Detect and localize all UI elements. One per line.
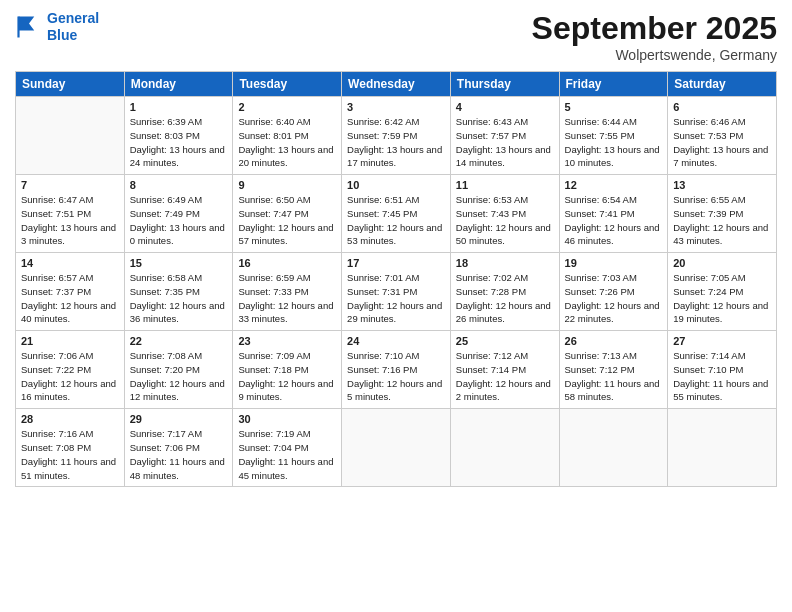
daylight-text: Daylight: 11 hours and 58 minutes. bbox=[565, 377, 663, 405]
logo: General Blue bbox=[15, 10, 99, 44]
sunrise-text: Sunrise: 6:59 AM bbox=[238, 271, 336, 285]
day-number: 3 bbox=[347, 101, 445, 113]
day-number: 24 bbox=[347, 335, 445, 347]
sunset-text: Sunset: 7:04 PM bbox=[238, 441, 336, 455]
day-detail: Sunrise: 6:42 AMSunset: 7:59 PMDaylight:… bbox=[347, 115, 445, 170]
daylight-text: Daylight: 12 hours and 16 minutes. bbox=[21, 377, 119, 405]
calendar-cell bbox=[668, 409, 777, 487]
sunset-text: Sunset: 7:49 PM bbox=[130, 207, 228, 221]
calendar-cell: 27Sunrise: 7:14 AMSunset: 7:10 PMDayligh… bbox=[668, 331, 777, 409]
daylight-text: Daylight: 13 hours and 20 minutes. bbox=[238, 143, 336, 171]
day-detail: Sunrise: 7:13 AMSunset: 7:12 PMDaylight:… bbox=[565, 349, 663, 404]
day-detail: Sunrise: 6:59 AMSunset: 7:33 PMDaylight:… bbox=[238, 271, 336, 326]
location: Wolpertswende, Germany bbox=[532, 47, 777, 63]
day-number: 30 bbox=[238, 413, 336, 425]
sunset-text: Sunset: 7:16 PM bbox=[347, 363, 445, 377]
calendar-cell: 9Sunrise: 6:50 AMSunset: 7:47 PMDaylight… bbox=[233, 175, 342, 253]
day-detail: Sunrise: 6:51 AMSunset: 7:45 PMDaylight:… bbox=[347, 193, 445, 248]
day-number: 23 bbox=[238, 335, 336, 347]
daylight-text: Daylight: 11 hours and 55 minutes. bbox=[673, 377, 771, 405]
sunset-text: Sunset: 7:20 PM bbox=[130, 363, 228, 377]
day-number: 26 bbox=[565, 335, 663, 347]
logo-icon bbox=[15, 13, 43, 41]
day-number: 4 bbox=[456, 101, 554, 113]
daylight-text: Daylight: 12 hours and 29 minutes. bbox=[347, 299, 445, 327]
month-title: September 2025 bbox=[532, 10, 777, 47]
daylight-text: Daylight: 12 hours and 33 minutes. bbox=[238, 299, 336, 327]
day-number: 22 bbox=[130, 335, 228, 347]
day-detail: Sunrise: 7:06 AMSunset: 7:22 PMDaylight:… bbox=[21, 349, 119, 404]
day-detail: Sunrise: 6:44 AMSunset: 7:55 PMDaylight:… bbox=[565, 115, 663, 170]
calendar-cell: 18Sunrise: 7:02 AMSunset: 7:28 PMDayligh… bbox=[450, 253, 559, 331]
sunrise-text: Sunrise: 6:44 AM bbox=[565, 115, 663, 129]
calendar-cell: 4Sunrise: 6:43 AMSunset: 7:57 PMDaylight… bbox=[450, 97, 559, 175]
weekday-header: Friday bbox=[559, 72, 668, 97]
sunset-text: Sunset: 7:31 PM bbox=[347, 285, 445, 299]
sunset-text: Sunset: 7:57 PM bbox=[456, 129, 554, 143]
calendar-cell: 1Sunrise: 6:39 AMSunset: 8:03 PMDaylight… bbox=[124, 97, 233, 175]
sunrise-text: Sunrise: 6:42 AM bbox=[347, 115, 445, 129]
daylight-text: Daylight: 13 hours and 10 minutes. bbox=[565, 143, 663, 171]
sunset-text: Sunset: 7:10 PM bbox=[673, 363, 771, 377]
weekday-header: Sunday bbox=[16, 72, 125, 97]
daylight-text: Daylight: 12 hours and 12 minutes. bbox=[130, 377, 228, 405]
calendar-cell: 2Sunrise: 6:40 AMSunset: 8:01 PMDaylight… bbox=[233, 97, 342, 175]
calendar-cell: 24Sunrise: 7:10 AMSunset: 7:16 PMDayligh… bbox=[342, 331, 451, 409]
daylight-text: Daylight: 11 hours and 51 minutes. bbox=[21, 455, 119, 483]
sunset-text: Sunset: 7:51 PM bbox=[21, 207, 119, 221]
weekday-header: Monday bbox=[124, 72, 233, 97]
day-detail: Sunrise: 6:54 AMSunset: 7:41 PMDaylight:… bbox=[565, 193, 663, 248]
weekday-header: Saturday bbox=[668, 72, 777, 97]
day-detail: Sunrise: 6:46 AMSunset: 7:53 PMDaylight:… bbox=[673, 115, 771, 170]
sunset-text: Sunset: 7:47 PM bbox=[238, 207, 336, 221]
day-number: 16 bbox=[238, 257, 336, 269]
calendar-cell bbox=[342, 409, 451, 487]
sunset-text: Sunset: 7:26 PM bbox=[565, 285, 663, 299]
day-number: 28 bbox=[21, 413, 119, 425]
day-number: 29 bbox=[130, 413, 228, 425]
calendar-week-row: 1Sunrise: 6:39 AMSunset: 8:03 PMDaylight… bbox=[16, 97, 777, 175]
sunrise-text: Sunrise: 6:43 AM bbox=[456, 115, 554, 129]
sunrise-text: Sunrise: 7:02 AM bbox=[456, 271, 554, 285]
sunrise-text: Sunrise: 7:05 AM bbox=[673, 271, 771, 285]
day-detail: Sunrise: 7:19 AMSunset: 7:04 PMDaylight:… bbox=[238, 427, 336, 482]
sunrise-text: Sunrise: 6:51 AM bbox=[347, 193, 445, 207]
daylight-text: Daylight: 13 hours and 24 minutes. bbox=[130, 143, 228, 171]
sunrise-text: Sunrise: 6:55 AM bbox=[673, 193, 771, 207]
sunset-text: Sunset: 7:53 PM bbox=[673, 129, 771, 143]
day-number: 12 bbox=[565, 179, 663, 191]
calendar-cell: 23Sunrise: 7:09 AMSunset: 7:18 PMDayligh… bbox=[233, 331, 342, 409]
sunset-text: Sunset: 7:22 PM bbox=[21, 363, 119, 377]
calendar-cell: 28Sunrise: 7:16 AMSunset: 7:08 PMDayligh… bbox=[16, 409, 125, 487]
sunset-text: Sunset: 7:06 PM bbox=[130, 441, 228, 455]
sunset-text: Sunset: 7:41 PM bbox=[565, 207, 663, 221]
calendar-cell: 22Sunrise: 7:08 AMSunset: 7:20 PMDayligh… bbox=[124, 331, 233, 409]
calendar-cell bbox=[559, 409, 668, 487]
day-detail: Sunrise: 7:09 AMSunset: 7:18 PMDaylight:… bbox=[238, 349, 336, 404]
day-detail: Sunrise: 6:47 AMSunset: 7:51 PMDaylight:… bbox=[21, 193, 119, 248]
calendar-week-row: 7Sunrise: 6:47 AMSunset: 7:51 PMDaylight… bbox=[16, 175, 777, 253]
day-number: 2 bbox=[238, 101, 336, 113]
calendar-cell: 12Sunrise: 6:54 AMSunset: 7:41 PMDayligh… bbox=[559, 175, 668, 253]
day-detail: Sunrise: 7:05 AMSunset: 7:24 PMDaylight:… bbox=[673, 271, 771, 326]
calendar-cell: 19Sunrise: 7:03 AMSunset: 7:26 PMDayligh… bbox=[559, 253, 668, 331]
day-detail: Sunrise: 6:53 AMSunset: 7:43 PMDaylight:… bbox=[456, 193, 554, 248]
day-detail: Sunrise: 6:39 AMSunset: 8:03 PMDaylight:… bbox=[130, 115, 228, 170]
calendar-cell: 8Sunrise: 6:49 AMSunset: 7:49 PMDaylight… bbox=[124, 175, 233, 253]
daylight-text: Daylight: 11 hours and 45 minutes. bbox=[238, 455, 336, 483]
day-number: 17 bbox=[347, 257, 445, 269]
sunset-text: Sunset: 7:39 PM bbox=[673, 207, 771, 221]
calendar-header-row: SundayMondayTuesdayWednesdayThursdayFrid… bbox=[16, 72, 777, 97]
calendar-cell: 11Sunrise: 6:53 AMSunset: 7:43 PMDayligh… bbox=[450, 175, 559, 253]
calendar-cell: 5Sunrise: 6:44 AMSunset: 7:55 PMDaylight… bbox=[559, 97, 668, 175]
header: General Blue September 2025 Wolpertswend… bbox=[15, 10, 777, 63]
day-number: 8 bbox=[130, 179, 228, 191]
daylight-text: Daylight: 12 hours and 22 minutes. bbox=[565, 299, 663, 327]
day-number: 1 bbox=[130, 101, 228, 113]
daylight-text: Daylight: 12 hours and 43 minutes. bbox=[673, 221, 771, 249]
sunset-text: Sunset: 7:35 PM bbox=[130, 285, 228, 299]
day-detail: Sunrise: 7:02 AMSunset: 7:28 PMDaylight:… bbox=[456, 271, 554, 326]
day-number: 14 bbox=[21, 257, 119, 269]
sunset-text: Sunset: 7:43 PM bbox=[456, 207, 554, 221]
daylight-text: Daylight: 13 hours and 7 minutes. bbox=[673, 143, 771, 171]
